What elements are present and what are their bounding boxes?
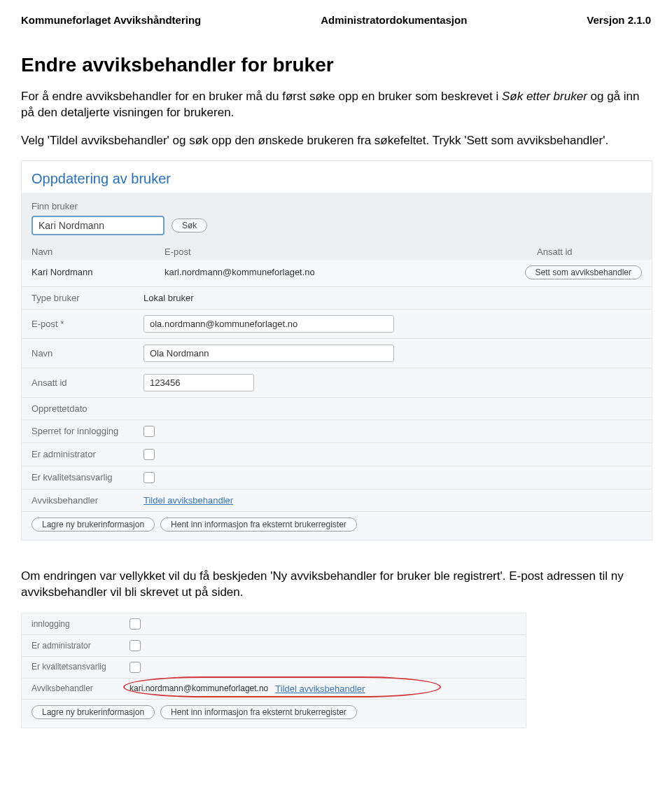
header-right: Versjon 2.1.0 (587, 14, 651, 26)
column-ansatt-id: Ansatt id (537, 246, 642, 257)
s2-kvalitet-label: Er kvalitetsansvarlig (31, 662, 130, 672)
find-user-input[interactable] (31, 216, 164, 235)
s2-innlogging-checkbox[interactable] (130, 618, 141, 630)
type-bruker-label: Type bruker (31, 293, 144, 303)
sperret-checkbox[interactable] (144, 426, 155, 437)
header-left: Kommuneforlaget Avvikshåndtering (21, 14, 201, 26)
s2-tildel-link[interactable]: Tildel avviksbehandler (275, 683, 365, 694)
page-title: Endre avviksbehandler for bruker (21, 54, 651, 76)
admin-label: Er administrator (31, 449, 144, 459)
s2-admin-checkbox[interactable] (130, 640, 141, 651)
ansatt-id-input[interactable] (144, 374, 254, 391)
column-navn: Navn (31, 246, 164, 257)
epost-input[interactable] (144, 315, 394, 333)
find-user-label: Finn bruker (31, 201, 642, 211)
intro-paragraph-2: Velg 'Tildel avviksbehandler' og søk opp… (21, 133, 651, 149)
column-epost: E-post (164, 246, 537, 257)
tildel-avviksbehandler-link[interactable]: Tildel avviksbehandler (144, 495, 233, 506)
kvalitet-label: Er kvalitetsansvarlig (31, 472, 144, 483)
s2-avviksbehandler-label: Avviksbehandler (31, 683, 130, 693)
opprettetdato-label: Opprettetdato (31, 403, 144, 414)
screenshot-result: innlogging Er administrator Er kvalitets… (21, 613, 526, 728)
s2-save-button[interactable]: Lagre ny brukerinformasjon (31, 705, 155, 719)
panel-title: Oppdatering av bruker (22, 161, 652, 193)
header-center: Administratordokumentasjon (321, 14, 467, 26)
save-user-button[interactable]: Lagre ny brukerinformasjon (31, 517, 155, 532)
navn-label: Navn (31, 348, 144, 359)
result-epost: kari.nordmann@kommuneforlaget.no (164, 267, 525, 277)
fetch-external-button[interactable]: Hent inn informasjon fra eksternt bruker… (160, 517, 357, 532)
page-header: Kommuneforlaget Avvikshåndtering Adminis… (21, 14, 651, 26)
kvalitet-checkbox[interactable] (144, 472, 155, 483)
intro-paragraph-1: For å endre avviksbehandler for en bruke… (21, 89, 651, 121)
search-result-row: Kari Nordmann kari.nordmann@kommuneforla… (22, 260, 652, 287)
search-button[interactable]: Søk (172, 218, 207, 232)
avviksbehandler-label: Avviksbehandler (31, 495, 144, 506)
s2-kvalitet-checkbox[interactable] (130, 662, 141, 673)
ansatt-id-label: Ansatt id (31, 377, 144, 388)
s2-admin-label: Er administrator (31, 641, 130, 651)
s2-avviksbehandler-email: kari.nordmann@kommuneforlaget.no (130, 683, 268, 693)
sperret-label: Sperret for innlogging (31, 426, 144, 437)
s2-innlogging-label: innlogging (31, 619, 130, 629)
result-navn: Kari Nordmann (31, 267, 164, 277)
set-avviksbehandler-button[interactable]: Sett som avviksbehandler (525, 265, 642, 279)
type-bruker-value: Lokal bruker (144, 293, 194, 303)
admin-checkbox[interactable] (144, 449, 155, 460)
outro-paragraph: Om endringen var vellykket vil du få bes… (21, 569, 651, 601)
navn-input[interactable] (144, 345, 394, 362)
epost-label: E-post * (31, 319, 144, 329)
s2-fetch-button[interactable]: Hent inn informasjon fra eksternt bruker… (160, 705, 357, 719)
screenshot-update-user: Oppdatering av bruker Finn bruker Søk Na… (21, 160, 652, 541)
